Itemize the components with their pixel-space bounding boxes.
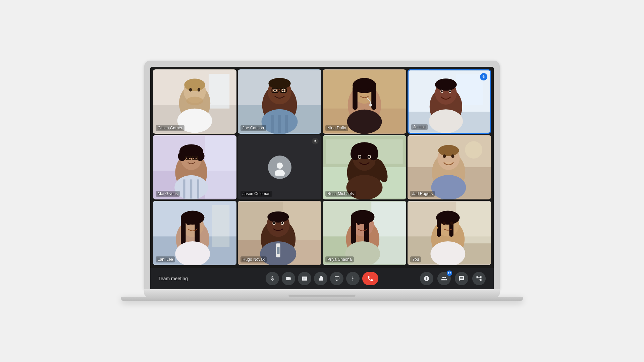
svg-point-91	[451, 155, 454, 158]
svg-point-139	[436, 227, 438, 229]
video-tile-jo: Jo Hall	[408, 69, 491, 134]
camera-button[interactable]	[282, 272, 295, 285]
svg-point-9	[198, 88, 200, 92]
svg-rect-2	[209, 74, 229, 109]
laptop-base	[144, 289, 500, 297]
svg-point-5	[184, 79, 205, 91]
participant-video-priya	[323, 201, 406, 265]
svg-rect-116	[277, 247, 279, 254]
video-tile-rosa: Rosa Michaels	[323, 135, 406, 199]
participant-name-you: You	[410, 256, 421, 262]
people-button[interactable]: 12	[437, 272, 451, 285]
svg-point-25	[282, 89, 284, 92]
toolbar-right-controls: 12	[419, 272, 486, 285]
participant-name-nina: Nina Duffy	[325, 125, 348, 131]
svg-point-86	[465, 141, 482, 159]
video-tile-you: You	[408, 201, 491, 265]
svg-point-126	[365, 222, 368, 225]
svg-point-136	[442, 222, 445, 225]
participant-name-rosa: Rosa Michaels	[325, 191, 356, 197]
svg-point-80	[359, 156, 361, 158]
laptop-foot	[121, 297, 523, 301]
people-count-badge: 12	[447, 270, 452, 276]
video-tile-joe: Joe Carlson	[238, 69, 321, 134]
participant-name-jason: Jason Coleman	[240, 191, 272, 197]
speaking-indicator-jo	[480, 73, 487, 80]
participant-video-nina	[323, 69, 406, 134]
svg-rect-33	[371, 85, 376, 110]
participant-name-joe: Joe Carlson	[240, 125, 266, 131]
participant-name-jo: Jo Hall	[411, 124, 428, 130]
video-tile-mai: Mai Givens	[153, 135, 236, 199]
video-tile-hugo: Hugo Novak	[238, 201, 321, 265]
participant-name-hugo: Hugo Novak	[240, 256, 267, 262]
svg-rect-32	[353, 85, 358, 110]
more-options-button[interactable]	[346, 272, 360, 285]
svg-point-102	[195, 222, 199, 225]
svg-point-125	[357, 222, 360, 225]
muted-icon-jason	[312, 138, 319, 144]
participant-video-you	[408, 201, 491, 265]
raise-hand-button[interactable]	[314, 272, 327, 285]
svg-rect-135	[449, 218, 453, 237]
participant-name-gillian: Gillian Garner	[156, 125, 184, 131]
avatar-jason	[268, 156, 291, 179]
video-tile-lani: Lani Lee	[153, 201, 236, 265]
laptop-screen-bezel: Gillian Garner	[144, 61, 500, 289]
chat-button[interactable]	[455, 272, 468, 285]
end-call-button[interactable]	[362, 272, 378, 285]
participant-video-rosa	[323, 135, 406, 199]
participant-video-jad	[408, 135, 491, 199]
info-button[interactable]	[420, 272, 433, 285]
meeting-title: Team meeting	[158, 276, 188, 281]
svg-point-90	[443, 155, 446, 158]
participant-name-priya: Priya Chadha	[325, 256, 354, 262]
svg-point-44	[435, 78, 457, 90]
participant-video-mai	[153, 135, 236, 199]
present-button[interactable]	[330, 272, 343, 285]
svg-point-36	[367, 89, 370, 92]
meeting-toolbar: Team meeting	[150, 268, 494, 289]
svg-point-34	[369, 104, 372, 106]
svg-point-49	[429, 109, 463, 133]
toolbar-controls	[266, 272, 378, 285]
video-tile-jason: Jason Coleman	[238, 135, 321, 199]
svg-point-62	[194, 157, 196, 159]
svg-rect-95	[212, 205, 229, 247]
participant-name-mai: Mai Givens	[156, 191, 180, 197]
participant-video-jo	[409, 70, 490, 133]
video-grid: Gillian Garner	[150, 67, 494, 268]
video-tile-priya: Priya Chadha	[323, 201, 406, 265]
svg-point-47	[441, 90, 443, 93]
svg-rect-52	[205, 136, 236, 199]
svg-point-48	[449, 90, 451, 93]
svg-point-14	[268, 78, 290, 89]
svg-point-112	[273, 222, 275, 224]
svg-point-35	[359, 89, 362, 92]
captions-button[interactable]	[298, 272, 311, 285]
participant-video-hugo	[238, 201, 321, 265]
participant-name-jad: Jad Rogers	[410, 191, 435, 197]
svg-point-109	[267, 212, 289, 223]
video-tile-nina: Nina Duffy	[323, 69, 406, 134]
participant-video-lani	[153, 201, 236, 265]
meeting-title-section: Team meeting	[158, 276, 225, 281]
svg-rect-124	[364, 217, 369, 245]
laptop-screen: Gillian Garner	[150, 67, 494, 289]
laptop-frame: Gillian Garner	[138, 61, 506, 301]
mic-button[interactable]	[266, 272, 279, 285]
svg-point-101	[187, 222, 190, 225]
participant-name-lani: Lani Lee	[156, 256, 175, 262]
svg-point-137	[450, 222, 453, 225]
video-tile-gillian: Gillian Garner	[153, 69, 236, 134]
svg-point-81	[368, 156, 370, 158]
svg-point-89	[438, 145, 459, 156]
participant-video-joe	[238, 69, 321, 134]
svg-point-61	[187, 157, 189, 159]
svg-point-92	[431, 175, 466, 199]
video-tile-jad: Jad Rogers	[408, 135, 491, 199]
svg-point-113	[281, 222, 283, 224]
activities-button[interactable]	[472, 272, 486, 285]
svg-point-24	[274, 89, 276, 92]
svg-rect-123	[351, 217, 356, 245]
